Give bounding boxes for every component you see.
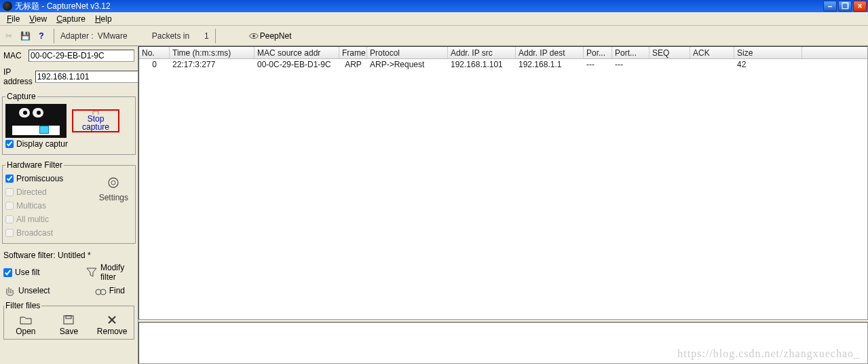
cut-button[interactable]: ✂ [3,30,15,42]
mac-field[interactable] [29,50,134,62]
right-panel: No.Time (h:m:s:ms)MAC source addrFramePr… [138,46,868,364]
eye-icon [249,31,259,41]
modify-filter-button[interactable]: Modify filter [86,263,134,282]
software-filter-legend: Software filter: [3,251,56,260]
column-header[interactable]: Addr. IP dest [516,47,584,58]
watermark-text: https://blog.csdn.net/zhangxuechao_ [677,348,860,360]
packets-value: 1 [204,31,209,41]
menu-help[interactable]: Help [91,13,116,25]
table-cell: 192.168.1.1 [516,59,584,71]
column-header[interactable]: Addr. IP src [448,47,516,58]
software-filter-group: Software filter: Untitled * Use filt Mod… [2,248,136,341]
software-filter-name: Untitled * [58,251,91,260]
table-row[interactable]: 022:17:3:27700-0C-29-EB-D1-9CARPARP->Req… [139,59,867,71]
binoculars-icon [94,285,107,297]
svg-rect-7 [64,316,73,324]
column-header[interactable]: Size [734,47,802,58]
table-cell: 192.168.1.101 [448,59,516,71]
column-header[interactable]: Protocol [367,47,448,58]
svg-point-3 [109,178,118,187]
menu-file[interactable]: File [3,13,24,25]
packets-label: Packets in [152,31,189,41]
filter-files-legend: Filter files [4,301,41,310]
packet-list[interactable]: No.Time (h:m:s:ms)MAC source addrFramePr… [138,46,868,320]
window-title: 无标题 - CaptureNet v3.12 [15,1,823,12]
save-button[interactable]: 💾 [19,30,31,42]
table-cell: 22:17:3:277 [170,59,254,71]
column-header[interactable]: Frame [339,47,367,58]
broadcast-checkbox[interactable]: Broadcast [5,227,63,239]
mac-label: MAC [3,51,26,60]
column-header[interactable]: Time (h:m:s:ms) [170,47,254,58]
title-bar: 无标题 - CaptureNet v3.12 – ❐ × [0,0,868,12]
unselect-button[interactable]: Unselect [3,285,50,297]
table-cell: --- [584,59,612,71]
promiscuous-checkbox[interactable]: Promiscuous [5,172,63,185]
adapter-value: VMware [98,31,128,41]
use-filter-checkbox[interactable]: Use filt [3,268,40,277]
svg-point-4 [111,181,115,185]
stop-capture-button[interactable]: Stop capture [72,109,119,132]
capture-preview-image [5,104,67,138]
save-filter-button[interactable]: Save [55,314,82,336]
table-cell: 00-0C-29-EB-D1-9C [254,59,339,71]
gear-icon [105,175,122,192]
capture-legend: Capture [5,92,37,101]
floppy-icon [62,314,75,325]
table-cell: --- [612,59,649,71]
menu-capture[interactable]: Capture [52,13,90,25]
table-cell: ARP [339,59,367,71]
adapter-label: Adapter : [60,31,94,41]
column-header[interactable]: Port... [612,47,649,58]
x-icon [105,314,119,325]
ip-label: IP address [3,67,33,86]
funnel-icon [86,266,98,278]
table-cell: 0 [139,59,170,71]
column-header[interactable]: ACK [690,47,734,58]
table-cell [649,59,690,71]
peepnet-label: PeepNet [260,31,292,41]
table-cell: 42 [734,59,802,71]
maximize-button[interactable]: ❐ [838,1,852,12]
column-header[interactable]: No. [139,47,170,58]
capture-group: Capture Stop capture Display captur [2,92,136,155]
help-icon[interactable]: ? [35,30,48,42]
open-filter-button[interactable]: Open [12,314,39,336]
column-header[interactable]: Por... [584,47,612,58]
table-cell [690,59,734,71]
display-capture-checkbox[interactable]: Display captur [5,138,132,150]
find-button[interactable]: Find [94,285,125,297]
filter-files-group: Filter files Open Save Remove [3,301,134,340]
all-multicast-checkbox[interactable]: All multic [5,213,63,225]
column-header[interactable]: SEQ [649,47,690,58]
settings-button[interactable]: Settings [95,172,132,239]
left-panel: MAC IP address Capture Stop capture [0,46,138,364]
toolbar: ✂ 💾 ? Adapter : VMware Packets in 1 Peep… [0,26,868,46]
menu-view[interactable]: View [25,13,51,25]
folder-open-icon [19,314,33,325]
peepnet-button[interactable]: PeepNet [249,31,292,41]
hardware-filter-legend: Hardware Filter [5,160,64,170]
multicas-checkbox[interactable]: Multicas [5,200,63,212]
directed-checkbox[interactable]: Directed [5,186,63,198]
svg-rect-8 [66,316,71,318]
hand-icon [3,285,16,297]
minimize-button[interactable]: – [823,1,837,12]
close-button[interactable]: × [853,1,867,12]
remove-filter-button[interactable]: Remove [98,314,126,336]
table-cell: ARP->Request [367,59,448,71]
app-icon [3,1,12,11]
svg-point-1 [252,35,255,37]
ip-field[interactable] [35,71,138,83]
menu-bar: File View Capture Help [0,12,868,26]
column-header[interactable]: MAC source addr [254,47,339,58]
hardware-filter-group: Hardware Filter Promiscuous Directed Mul… [2,160,136,244]
